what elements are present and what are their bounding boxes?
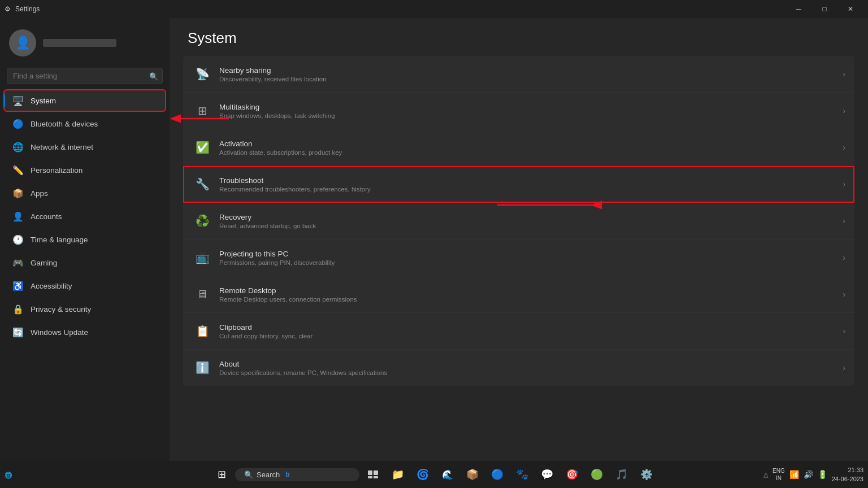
about-chevron: › (843, 363, 845, 372)
sidebar-item-time[interactable]: 🕐Time & language (3, 228, 166, 251)
sidebar-item-bluetooth[interactable]: 🔵Bluetooth & devices (3, 112, 166, 135)
about-icon: ℹ️ (192, 358, 212, 378)
maximize-button[interactable]: □ (811, 0, 837, 18)
sidebar-item-accessibility[interactable]: ♿Accessibility (3, 274, 166, 297)
title-bar-controls: ─ □ ✕ (785, 0, 863, 18)
app-taskbar-1[interactable]: 📦 (461, 463, 484, 486)
battery-icon: 🔋 (818, 470, 827, 479)
settings-item-activation[interactable]: ✅ActivationActivation state, subscriptio… (183, 129, 854, 166)
about-title: About (219, 360, 843, 368)
recovery-chevron: › (843, 216, 845, 225)
privacy-icon: 🔒 (12, 303, 24, 315)
window-title: Settings (15, 5, 40, 13)
minimize-button[interactable]: ─ (785, 0, 811, 18)
projecting-title: Projecting to this PC (219, 250, 843, 258)
sidebar-item-system[interactable]: 🖥️System (3, 89, 166, 112)
settings-item-clipboard[interactable]: 📋ClipboardCut and copy history, sync, cl… (183, 313, 854, 350)
app-edge[interactable]: 🌊 (436, 463, 459, 486)
settings-list: 📡Nearby sharingDiscoverability, received… (170, 56, 868, 386)
nearby-sharing-icon: 📡 (192, 64, 212, 84)
sidebar: 👤 🔍 🖥️System🔵Bluetooth & devices🌐Network… (0, 18, 170, 488)
profile-name (43, 39, 116, 47)
about-text: AboutDevice specifications, rename PC, W… (219, 360, 843, 376)
app-browser[interactable]: 🌀 (411, 463, 434, 486)
settings-item-remote-desktop[interactable]: 🖥Remote DesktopRemote Desktop users, con… (183, 276, 854, 313)
remote-desktop-icon: 🖥 (192, 284, 212, 304)
troubleshoot-text: TroubleshootRecommended troubleshooters,… (219, 176, 843, 193)
personalization-icon: ✏️ (12, 164, 24, 176)
settings-icon: ⚙ (5, 5, 11, 13)
sidebar-item-accounts[interactable]: 👤Accounts (3, 205, 166, 228)
tray-chevron[interactable]: △ (763, 471, 768, 478)
app-taskbar-4[interactable]: 💬 (536, 463, 558, 486)
svg-rect-3 (374, 470, 378, 475)
recovery-subtitle: Reset, advanced startup, go back (219, 223, 843, 229)
sidebar-profile: 👤 (0, 23, 170, 66)
search-icon: 🔍 (149, 72, 158, 80)
sidebar-item-label-system: System (31, 97, 56, 105)
settings-item-multitasking[interactable]: ⊞MultitaskingSnap windows, desktops, tas… (183, 93, 854, 129)
title-bar: ⚙ Settings ─ □ ✕ (0, 0, 868, 18)
sidebar-item-privacy[interactable]: 🔒Privacy & security (3, 298, 166, 320)
troubleshoot-icon: 🔧 (192, 174, 212, 194)
sidebar-item-network[interactable]: 🌐Network & internet (3, 136, 166, 158)
lang-indicator: ENGIN (772, 467, 785, 482)
taskbar-center: ⊞ 🔍 Search b 📁 🌀 🌊 📦 🔵 🐾 💬 🎯 🟢 🎵 ⚙️ (210, 463, 658, 486)
projecting-text: Projecting to this PCPermissions, pairin… (219, 250, 843, 266)
sidebar-item-label-personalization: Personalization (31, 166, 83, 175)
app-taskbar-6[interactable]: 🟢 (585, 463, 608, 486)
sidebar-item-label-accounts: Accounts (31, 212, 62, 221)
sidebar-item-label-network: Network & internet (31, 143, 93, 151)
sidebar-item-update[interactable]: 🔄Windows Update (3, 321, 166, 343)
remote-desktop-subtitle: Remote Desktop users, connection permiss… (219, 296, 843, 303)
sidebar-item-gaming[interactable]: 🎮Gaming (3, 251, 166, 274)
svg-rect-5 (374, 476, 378, 478)
bluetooth-icon: 🔵 (12, 118, 24, 129)
gaming-icon: 🎮 (12, 257, 24, 268)
activation-subtitle: Activation state, subscriptions, product… (219, 149, 843, 156)
projecting-subtitle: Permissions, pairing PIN, discoverabilit… (219, 259, 843, 266)
settings-item-recovery[interactable]: ♻️RecoveryReset, advanced startup, go ba… (183, 203, 854, 239)
page-title: System (170, 18, 868, 56)
settings-item-troubleshoot[interactable]: 🔧TroubleshootRecommended troubleshooters… (183, 166, 854, 203)
remote-desktop-chevron: › (843, 290, 845, 299)
search-box[interactable]: 🔍 (7, 68, 163, 84)
clock-time: 21:33 (832, 465, 863, 475)
taskview-button[interactable] (362, 463, 384, 486)
clipboard-title: Clipboard (219, 323, 843, 332)
sidebar-item-personalization[interactable]: ✏️Personalization (3, 159, 166, 181)
app-settings-taskbar[interactable]: ⚙️ (635, 463, 658, 486)
close-button[interactable]: ✕ (837, 0, 863, 18)
activation-text: ActivationActivation state, subscription… (219, 140, 843, 156)
settings-item-about[interactable]: ℹ️AboutDevice specifications, rename PC,… (183, 350, 854, 386)
svg-rect-4 (368, 476, 372, 478)
search-taskbar-label: Search (257, 470, 280, 479)
update-icon: 🔄 (12, 326, 24, 338)
taskbar-search[interactable]: 🔍 Search b (235, 468, 359, 481)
start-button[interactable]: ⊞ (210, 463, 233, 486)
remote-desktop-text: Remote DesktopRemote Desktop users, conn… (219, 286, 843, 303)
settings-item-projecting[interactable]: 📺Projecting to this PCPermissions, pairi… (183, 239, 854, 276)
sidebar-item-label-accessibility: Accessibility (31, 282, 72, 290)
sidebar-item-apps[interactable]: 📦Apps (3, 182, 166, 204)
speaker-icon: 🔊 (804, 470, 813, 479)
svg-rect-2 (368, 470, 372, 475)
projecting-chevron: › (843, 253, 845, 262)
network-icon: 🌐 (12, 141, 24, 152)
app-taskbar-3[interactable]: 🐾 (511, 463, 533, 486)
app-file-explorer[interactable]: 📁 (387, 463, 409, 486)
search-input[interactable] (7, 68, 163, 84)
search-taskbar-icon: 🔍 (244, 470, 253, 479)
globe-icon: 🌐 (5, 472, 12, 478)
multitasking-text: MultitaskingSnap windows, desktops, task… (219, 103, 843, 119)
settings-item-nearby-sharing[interactable]: 📡Nearby sharingDiscoverability, received… (183, 56, 854, 93)
nearby-sharing-subtitle: Discoverability, received files location (219, 76, 843, 82)
nearby-sharing-text: Nearby sharingDiscoverability, received … (219, 66, 843, 82)
multitasking-title: Multitasking (219, 103, 843, 111)
app-taskbar-2[interactable]: 🔵 (486, 463, 509, 486)
sidebar-item-label-bluetooth: Bluetooth & devices (31, 120, 98, 128)
app-taskbar-7[interactable]: 🎵 (610, 463, 633, 486)
title-bar-left: ⚙ Settings (5, 5, 40, 13)
app-taskbar-5[interactable]: 🎯 (561, 463, 583, 486)
projecting-icon: 📺 (192, 247, 212, 268)
